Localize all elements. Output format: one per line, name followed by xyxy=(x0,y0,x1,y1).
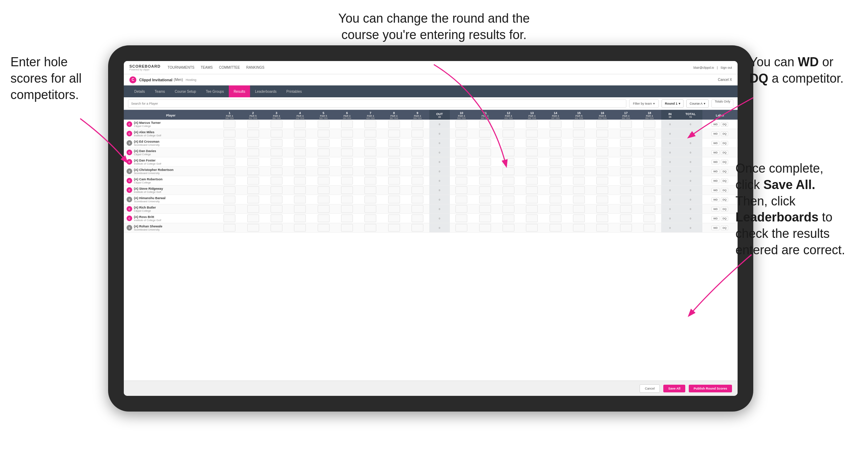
hole-17-score[interactable] xyxy=(614,120,637,129)
hole-12-input[interactable] xyxy=(503,158,514,166)
hole-17-input[interactable] xyxy=(620,167,632,175)
hole-1-input[interactable] xyxy=(224,130,235,137)
hole-9-score[interactable] xyxy=(406,120,429,129)
hole-14-input[interactable] xyxy=(550,177,561,184)
hole-8-score[interactable] xyxy=(382,186,406,195)
hole-5-input[interactable] xyxy=(318,158,330,166)
hole-4-input[interactable] xyxy=(294,196,306,203)
hole-8-score[interactable] xyxy=(382,120,406,129)
dq-button[interactable]: DQ xyxy=(721,179,728,183)
hole-13-score[interactable] xyxy=(520,214,544,223)
hole-3-score[interactable] xyxy=(265,157,288,167)
hole-7-input[interactable] xyxy=(364,177,376,184)
hole-16-score[interactable] xyxy=(591,129,614,138)
dq-button[interactable]: DQ xyxy=(721,207,728,211)
hole-4-score[interactable] xyxy=(288,167,312,176)
hole-16-input[interactable] xyxy=(596,196,608,203)
hole-13-score[interactable] xyxy=(520,129,544,138)
tab-details[interactable]: Details xyxy=(129,85,150,97)
hole-15-score[interactable] xyxy=(567,186,590,195)
hole-16-score[interactable] xyxy=(591,214,614,223)
hole-3-input[interactable] xyxy=(271,167,282,175)
hole-5-score[interactable] xyxy=(312,148,335,157)
hole-10-score[interactable] xyxy=(450,129,473,138)
hole-15-input[interactable] xyxy=(573,196,585,203)
hole-16-input[interactable] xyxy=(596,205,608,213)
hole-5-score[interactable] xyxy=(312,129,335,138)
hole-4-input[interactable] xyxy=(294,214,306,222)
hole-14-score[interactable] xyxy=(544,148,567,157)
totals-only-toggle[interactable]: Totals Only xyxy=(711,99,733,108)
hole-2-score[interactable] xyxy=(241,167,265,176)
hole-14-score[interactable] xyxy=(544,129,567,138)
hole-14-score[interactable] xyxy=(544,176,567,186)
nav-tournaments[interactable]: TOURNAMENTS xyxy=(167,66,194,69)
hole-2-input[interactable] xyxy=(247,214,259,222)
hole-11-score[interactable] xyxy=(473,176,497,186)
hole-1-score[interactable] xyxy=(218,167,241,176)
hole-3-score[interactable] xyxy=(265,223,288,233)
hole-18-score[interactable] xyxy=(638,176,661,186)
hole-4-score[interactable] xyxy=(288,120,312,129)
nav-rankings[interactable]: RANKINGS xyxy=(246,66,264,69)
hole-10-score[interactable] xyxy=(450,195,473,204)
hole-6-input[interactable] xyxy=(341,224,353,232)
hole-12-score[interactable] xyxy=(497,167,520,176)
hole-16-score[interactable] xyxy=(591,223,614,233)
filter-by-team-button[interactable]: Filter by team ▾ xyxy=(629,99,659,108)
hole-11-input[interactable] xyxy=(479,139,491,147)
hole-14-input[interactable] xyxy=(550,196,561,203)
hole-14-score[interactable] xyxy=(544,214,567,223)
hole-16-score[interactable] xyxy=(591,120,614,129)
hole-18-input[interactable] xyxy=(643,130,655,137)
hole-18-score[interactable] xyxy=(638,148,661,157)
hole-10-score[interactable] xyxy=(450,148,473,157)
hole-8-input[interactable] xyxy=(388,167,400,175)
hole-13-input[interactable] xyxy=(526,139,538,147)
hole-16-input[interactable] xyxy=(596,186,608,194)
hole-6-score[interactable] xyxy=(335,204,358,214)
hole-1-input[interactable] xyxy=(224,224,235,232)
hole-6-input[interactable] xyxy=(341,214,353,222)
hole-2-score[interactable] xyxy=(241,204,265,214)
hole-15-input[interactable] xyxy=(573,224,585,232)
hole-11-score[interactable] xyxy=(473,195,497,204)
wd-button[interactable]: WD xyxy=(711,188,719,193)
hole-2-score[interactable] xyxy=(241,214,265,223)
hole-14-input[interactable] xyxy=(550,214,561,222)
hole-12-input[interactable] xyxy=(503,139,514,147)
hole-4-input[interactable] xyxy=(294,130,306,137)
hole-17-input[interactable] xyxy=(620,224,632,232)
hole-13-input[interactable] xyxy=(526,214,538,222)
hole-7-input[interactable] xyxy=(364,186,376,194)
publish-button[interactable]: Publish Round Scores xyxy=(689,385,732,392)
hole-1-input[interactable] xyxy=(224,139,235,147)
hole-11-input[interactable] xyxy=(479,196,491,203)
hole-3-score[interactable] xyxy=(265,214,288,223)
hole-5-input[interactable] xyxy=(318,196,330,203)
wd-button[interactable]: WD xyxy=(711,179,719,183)
hole-2-input[interactable] xyxy=(247,167,259,175)
wd-button[interactable]: WD xyxy=(711,122,719,127)
hole-18-score[interactable] xyxy=(638,129,661,138)
hole-18-input[interactable] xyxy=(643,205,655,213)
wd-button[interactable]: WD xyxy=(711,160,719,164)
hole-17-input[interactable] xyxy=(620,186,632,194)
hole-12-score[interactable] xyxy=(497,223,520,233)
hole-1-input[interactable] xyxy=(224,120,235,128)
hole-9-score[interactable] xyxy=(406,223,429,233)
hole-3-score[interactable] xyxy=(265,138,288,148)
hole-2-input[interactable] xyxy=(247,224,259,232)
hole-13-score[interactable] xyxy=(520,138,544,148)
hole-13-score[interactable] xyxy=(520,148,544,157)
hole-7-score[interactable] xyxy=(359,138,382,148)
hole-12-input[interactable] xyxy=(503,130,514,137)
hole-7-score[interactable] xyxy=(359,148,382,157)
hole-14-score[interactable] xyxy=(544,204,567,214)
round-selector[interactable]: Round 1 ▾ xyxy=(662,99,684,108)
hole-17-score[interactable] xyxy=(614,195,637,204)
hole-8-score[interactable] xyxy=(382,129,406,138)
hole-4-score[interactable] xyxy=(288,214,312,223)
hole-11-score[interactable] xyxy=(473,223,497,233)
hole-5-score[interactable] xyxy=(312,176,335,186)
